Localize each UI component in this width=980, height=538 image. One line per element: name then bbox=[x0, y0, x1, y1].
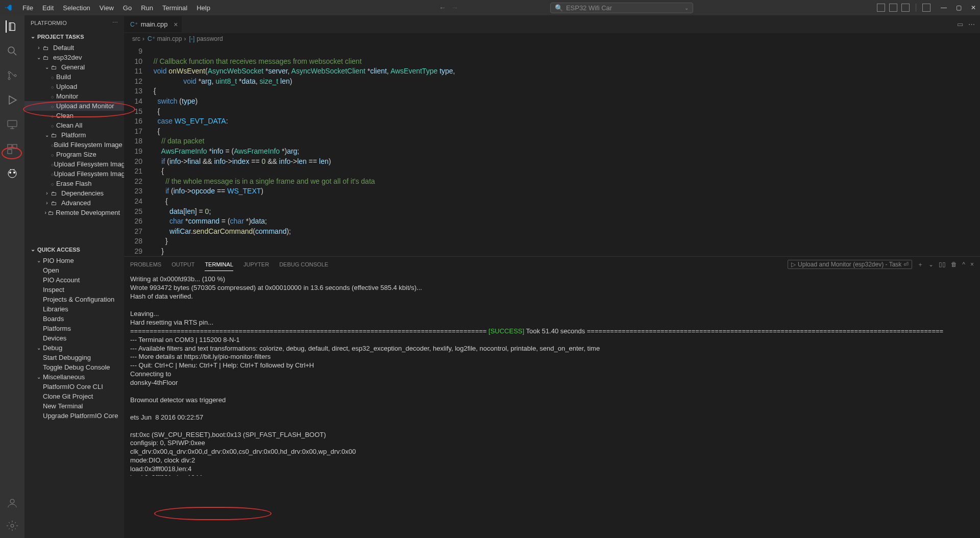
panel-tabs: PROBLEMS OUTPUT TERMINAL JUPYTER DEBUG C… bbox=[124, 257, 980, 272]
menu-selection[interactable]: Selection bbox=[59, 2, 94, 14]
env-default[interactable]: ›🗀Default bbox=[24, 43, 124, 53]
minimize-icon[interactable]: — bbox=[941, 4, 947, 11]
task-build-fs[interactable]: Build Filesystem Image bbox=[24, 140, 124, 150]
task-monitor[interactable]: Monitor bbox=[24, 91, 124, 101]
misc-section[interactable]: ⌄Miscellaneous bbox=[24, 372, 124, 382]
pio-home-account[interactable]: PIO Account bbox=[24, 275, 124, 285]
task-build[interactable]: Build bbox=[24, 72, 124, 82]
remote-explorer-icon[interactable] bbox=[6, 118, 18, 131]
pio-home-open[interactable]: Open bbox=[24, 265, 124, 275]
accounts-icon[interactable] bbox=[6, 497, 18, 509]
close-icon[interactable]: ✕ bbox=[971, 4, 976, 11]
sidebar: PLATFORMIO ⋯ ⌄PROJECT TASKS ›🗀Default ⌄🗀… bbox=[24, 15, 124, 538]
extensions-icon[interactable] bbox=[6, 143, 18, 155]
pio-core-cli[interactable]: PlatformIO Core CLI bbox=[24, 382, 124, 392]
layout-customize-icon[interactable] bbox=[922, 4, 930, 12]
env-esp32dev[interactable]: ⌄🗀esp32dev bbox=[24, 53, 124, 62]
chevron-down-icon[interactable]: ⌄ bbox=[928, 261, 934, 268]
activity-bar bbox=[0, 15, 24, 538]
group-advanced[interactable]: ›🗀Advanced bbox=[24, 198, 124, 208]
group-platform[interactable]: ⌄🗀Platform bbox=[24, 130, 124, 140]
task-erase-flash[interactable]: Erase Flash bbox=[24, 179, 124, 188]
task-clean-all[interactable]: Clean All bbox=[24, 120, 124, 130]
maximize-icon[interactable]: ▢ bbox=[956, 4, 962, 11]
pio-home-platforms[interactable]: Platforms bbox=[24, 324, 124, 333]
tab-close-icon[interactable]: × bbox=[174, 20, 178, 29]
pio-home-projects[interactable]: Projects & Configuration bbox=[24, 295, 124, 304]
task-upload-and-monitor[interactable]: Upload and Monitor bbox=[24, 101, 124, 111]
menu-file[interactable]: File bbox=[18, 2, 37, 14]
sidebar-more-icon[interactable]: ⋯ bbox=[112, 19, 118, 26]
pio-home-libraries[interactable]: Libraries bbox=[24, 304, 124, 314]
menu-run[interactable]: Run bbox=[137, 2, 157, 14]
task-clean[interactable]: Clean bbox=[24, 111, 124, 120]
project-tasks-section[interactable]: ⌄PROJECT TASKS bbox=[24, 30, 124, 43]
terminal-selector[interactable]: ▷Upload and Monitor (esp32dev) - Task⏎ bbox=[788, 260, 912, 269]
group-general[interactable]: ⌄🗀General bbox=[24, 62, 124, 72]
explorer-icon[interactable] bbox=[6, 20, 18, 33]
task-upload-fs[interactable]: Upload Filesystem Image bbox=[24, 159, 124, 169]
group-remote[interactable]: ›🗀Remote Development bbox=[24, 208, 124, 217]
menu-view[interactable]: View bbox=[95, 2, 118, 14]
svg-point-2 bbox=[8, 71, 10, 74]
svg-rect-6 bbox=[8, 144, 12, 149]
settings-gear-icon[interactable] bbox=[6, 520, 18, 532]
layout-toggle-left-icon[interactable] bbox=[877, 4, 885, 12]
layout-toggle-bottom-icon[interactable] bbox=[889, 4, 897, 12]
task-upload-fs-ota[interactable]: Upload Filesystem Image OTA bbox=[24, 169, 124, 179]
layout-toggle-right-icon[interactable] bbox=[901, 4, 910, 12]
split-editor-icon[interactable]: ▭ bbox=[957, 20, 963, 28]
svg-point-15 bbox=[11, 524, 14, 527]
toggle-debug-console[interactable]: Toggle Debug Console bbox=[24, 362, 124, 372]
more-actions-icon[interactable]: ⋯ bbox=[968, 20, 975, 28]
start-debugging[interactable]: Start Debugging bbox=[24, 353, 124, 362]
task-upload[interactable]: Upload bbox=[24, 82, 124, 91]
terminal-output[interactable]: Writing at 0x000fd93b... (100 %)Wrote 99… bbox=[124, 272, 980, 476]
upgrade-pio-core[interactable]: Upgrade PlatformIO Core bbox=[24, 411, 124, 421]
clone-git-project[interactable]: Clone Git Project bbox=[24, 392, 124, 401]
run-debug-icon[interactable] bbox=[6, 94, 18, 106]
panel-debug-console[interactable]: DEBUG CONSOLE bbox=[279, 258, 328, 271]
vscode-icon bbox=[4, 4, 12, 12]
search-icon: 🔍 bbox=[555, 4, 563, 12]
menu-go[interactable]: Go bbox=[119, 2, 136, 14]
svg-point-0 bbox=[8, 47, 14, 53]
new-terminal[interactable]: New Terminal bbox=[24, 401, 124, 411]
code-editor[interactable]: 9101112131415161718192021222324252627282… bbox=[124, 44, 980, 256]
menu-help[interactable]: Help bbox=[192, 2, 214, 14]
pio-home-inspect[interactable]: Inspect bbox=[24, 285, 124, 295]
editor-area: C⁺ main.cpp × ▭ ⋯ src › C⁺ main.cpp › [◦… bbox=[124, 15, 980, 538]
command-center[interactable]: 🔍 ESP32 Wifi Car ⌄ bbox=[550, 3, 693, 13]
nav-back-icon[interactable]: ← bbox=[439, 4, 446, 12]
search-icon[interactable] bbox=[6, 45, 18, 57]
task-program-size[interactable]: Program Size bbox=[24, 150, 124, 159]
menu-terminal[interactable]: Terminal bbox=[158, 2, 191, 14]
svg-rect-5 bbox=[8, 120, 17, 127]
panel-terminal[interactable]: TERMINAL bbox=[205, 258, 233, 271]
svg-rect-8 bbox=[8, 150, 12, 154]
quick-access-section[interactable]: ⌄QUICK ACCESS bbox=[24, 243, 124, 256]
maximize-panel-icon[interactable]: ^ bbox=[962, 261, 965, 268]
nav-forward-icon[interactable]: → bbox=[451, 4, 458, 12]
close-panel-icon[interactable]: × bbox=[970, 261, 974, 268]
panel-output[interactable]: OUTPUT bbox=[172, 258, 194, 271]
split-terminal-icon[interactable]: ▯▯ bbox=[939, 261, 946, 268]
pio-home[interactable]: ⌄PIO Home bbox=[24, 256, 124, 265]
sidebar-header: PLATFORMIO ⋯ bbox=[24, 15, 124, 30]
sidebar-title: PLATFORMIO bbox=[31, 20, 67, 26]
search-text: ESP32 Wifi Car bbox=[566, 4, 612, 12]
platformio-icon[interactable] bbox=[6, 167, 18, 180]
menu-edit[interactable]: Edit bbox=[38, 2, 58, 14]
pio-home-boards[interactable]: Boards bbox=[24, 314, 124, 324]
tab-main-cpp[interactable]: C⁺ main.cpp × bbox=[124, 16, 182, 32]
panel-problems[interactable]: PROBLEMS bbox=[130, 258, 161, 271]
debug-section[interactable]: ⌄Debug bbox=[24, 343, 124, 353]
new-terminal-icon[interactable]: ＋ bbox=[917, 260, 923, 269]
svg-point-11 bbox=[13, 172, 15, 174]
panel-jupyter[interactable]: JUPYTER bbox=[243, 258, 269, 271]
source-control-icon[interactable] bbox=[6, 69, 18, 82]
group-dependencies[interactable]: ›🗀Dependencies bbox=[24, 188, 124, 198]
kill-terminal-icon[interactable]: 🗑 bbox=[951, 261, 957, 268]
pio-home-devices[interactable]: Devices bbox=[24, 333, 124, 343]
breadcrumb[interactable]: src › C⁺ main.cpp › [◦] password bbox=[124, 33, 980, 44]
